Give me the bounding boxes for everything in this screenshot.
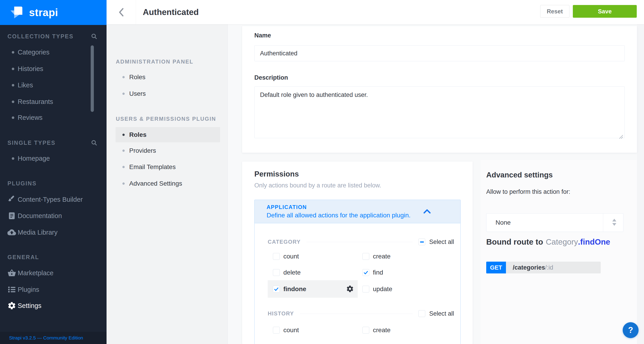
bullet-icon xyxy=(12,51,14,54)
chevron-up-icon xyxy=(423,209,431,214)
bullet-icon xyxy=(122,76,125,78)
permission-action: update xyxy=(362,284,392,294)
policy-select[interactable]: None xyxy=(486,213,623,232)
count-checkbox[interactable] xyxy=(273,253,280,260)
bullet-icon xyxy=(122,182,125,185)
sidebar-item-content-types-builder[interactable]: Content-Types Builder xyxy=(0,194,106,204)
check-icon xyxy=(363,270,368,275)
find-checkbox[interactable] xyxy=(362,269,369,276)
subnav-item-providers[interactable]: Providers xyxy=(106,145,228,156)
reset-button[interactable]: Reset xyxy=(540,5,570,18)
application-accordion: APPLICATION Define all allowed actions f… xyxy=(254,200,460,344)
indeterminate-icon xyxy=(420,241,424,243)
divider xyxy=(603,213,603,232)
bound-route-bar: GET /categories/:id xyxy=(486,262,601,273)
create-checkbox[interactable] xyxy=(362,253,369,260)
sidebar-item-documentation[interactable]: Documentation xyxy=(0,211,106,221)
collection-types-heading-row: COLLECTION TYPES xyxy=(0,31,106,41)
up-plugin-heading: USERS & PERMISSIONS PLUGIN xyxy=(106,116,216,122)
divider xyxy=(306,242,412,242)
description-textarea[interactable]: Default role given to authenticated user… xyxy=(254,87,625,138)
permissions-card: Permissions Only actions bound by a rout… xyxy=(242,162,473,344)
permission-action: delete xyxy=(273,268,300,277)
bullet-icon xyxy=(12,84,14,87)
policy-select-value: None xyxy=(496,213,511,232)
category-select-all-checkbox[interactable] xyxy=(418,238,425,245)
page-scrollbar-track[interactable] xyxy=(637,24,644,344)
collection-types-heading: COLLECTION TYPES xyxy=(0,33,74,40)
single-types-heading: SINGLE TYPES xyxy=(0,140,56,146)
name-input[interactable] xyxy=(254,45,625,61)
help-button[interactable]: ? xyxy=(623,322,638,338)
strapi-admin-app: strapi COLLECTION TYPES Categories Histo… xyxy=(0,0,644,344)
sidebar-item-media-library[interactable]: Media Library xyxy=(0,227,106,237)
admin-panel-heading: ADMINISTRATION PANEL xyxy=(106,59,193,65)
select-all-label: Select all xyxy=(429,310,454,317)
plugins-heading-row: PLUGINS xyxy=(0,178,106,188)
bullet-icon xyxy=(122,93,125,95)
permission-action: findone xyxy=(273,284,306,294)
sidebar-item-settings[interactable]: Settings xyxy=(0,301,106,311)
bullet-icon xyxy=(122,134,125,136)
bound-route-action: .findOne xyxy=(578,237,610,246)
findone-settings-gear-icon[interactable] xyxy=(346,285,354,293)
plugin-name: APPLICATION xyxy=(266,204,307,210)
sidebar-scrollbar-thumb[interactable] xyxy=(91,45,94,112)
permission-action: find xyxy=(362,268,383,277)
save-button[interactable]: Save xyxy=(573,5,637,18)
subnav-item-advanced-settings[interactable]: Advanced Settings xyxy=(106,178,228,189)
bullet-icon xyxy=(122,150,125,152)
check-icon xyxy=(274,287,279,291)
main-sidebar: strapi COLLECTION TYPES Categories Histo… xyxy=(0,0,106,344)
select-all-label: Select all xyxy=(429,238,454,245)
bound-route-controller: Category xyxy=(546,237,578,246)
history-create-checkbox[interactable] xyxy=(362,327,369,333)
advanced-settings-panel xyxy=(480,160,637,344)
sidebar-item-marketplace[interactable]: Marketplace xyxy=(0,268,106,278)
subnav-item-email-templates[interactable]: Email Templates xyxy=(106,161,228,173)
list-icon xyxy=(8,285,16,294)
cloud-upload-icon xyxy=(8,228,16,237)
sidebar-item-homepage[interactable]: Homepage xyxy=(0,153,106,163)
question-mark-icon: ? xyxy=(628,325,633,335)
permission-action: create xyxy=(362,326,390,335)
back-button[interactable] xyxy=(106,0,136,24)
page-title: Authenticated xyxy=(143,0,199,24)
application-accordion-header[interactable]: APPLICATION Define all allowed actions f… xyxy=(254,200,460,223)
subnav-item-admin-users[interactable]: Users xyxy=(106,88,228,99)
history-count-checkbox[interactable] xyxy=(273,327,280,333)
search-icon[interactable] xyxy=(91,33,98,40)
settings-sub-sidebar: ADMINISTRATION PANEL Roles Users USERS &… xyxy=(106,24,228,344)
history-select-all-checkbox[interactable] xyxy=(418,310,425,317)
update-checkbox[interactable] xyxy=(362,286,369,292)
findone-checkbox[interactable] xyxy=(273,286,280,292)
general-heading: GENERAL xyxy=(0,254,39,260)
bullet-icon xyxy=(12,116,14,119)
subnav-item-admin-roles[interactable]: Roles xyxy=(106,72,228,83)
subnav-item-up-roles[interactable]: Roles xyxy=(116,127,220,142)
description-label: Description xyxy=(254,74,288,81)
admin-panel-heading-row: ADMINISTRATION PANEL xyxy=(106,56,228,67)
strapi-logo-icon xyxy=(10,6,24,20)
logo-text: strapi xyxy=(29,6,58,19)
bullet-icon xyxy=(12,101,14,103)
permissions-title: Permissions xyxy=(254,170,299,178)
page-header: Authenticated Reset Save xyxy=(106,0,644,24)
bound-route-prefix: Bound route to xyxy=(486,237,543,246)
chevron-left-icon xyxy=(118,8,125,17)
role-form-card: Name Description Default role given to a… xyxy=(242,26,637,153)
sidebar-item-plugins[interactable]: Plugins xyxy=(0,284,106,294)
search-icon[interactable] xyxy=(91,139,98,146)
bound-route-heading: Bound route toCategory.findOne xyxy=(486,237,610,246)
permission-action: count xyxy=(273,326,299,335)
sidebar-item-reviews[interactable]: Reviews xyxy=(0,113,106,123)
delete-checkbox[interactable] xyxy=(273,269,280,276)
bullet-icon xyxy=(12,68,14,70)
plugin-description: Define all allowed actions for the appli… xyxy=(266,212,410,219)
single-types-heading-row: SINGLE TYPES xyxy=(0,138,106,148)
bullet-icon xyxy=(12,157,14,160)
bullet-icon xyxy=(122,166,125,168)
home-logo-link[interactable]: strapi xyxy=(0,0,106,25)
route-path: /categories/:id xyxy=(506,262,601,273)
version-link[interactable]: Strapi v3.2.5 — Community Edition xyxy=(9,335,83,340)
